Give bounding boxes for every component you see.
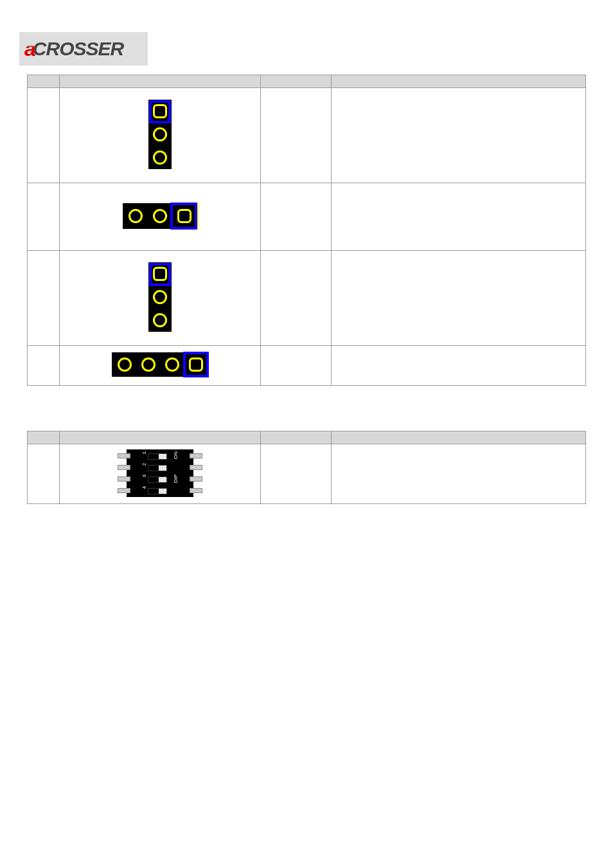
row-label	[28, 346, 60, 386]
header-cell	[28, 431, 60, 444]
header-cell	[332, 431, 586, 444]
jumper-table	[27, 75, 586, 386]
dip-switch-icon: 1ON 2 3DIP 4	[127, 449, 193, 497]
row-desc	[332, 444, 586, 504]
vertical-3pin-jumper-icon	[148, 100, 172, 169]
row-label	[28, 251, 60, 346]
table-row	[28, 251, 586, 346]
logo-letter-a: a	[24, 37, 35, 61]
row-desc	[332, 183, 586, 251]
table-header-row	[28, 75, 586, 88]
jumper-diagram-cell	[60, 346, 261, 386]
header-cell	[332, 75, 586, 88]
jumper-diagram-cell	[60, 183, 261, 251]
row-label	[28, 183, 60, 251]
row-setting	[261, 183, 332, 251]
header-cell	[261, 431, 332, 444]
row-desc	[332, 346, 586, 386]
row-setting	[261, 444, 332, 504]
row-label	[28, 88, 60, 183]
table-row: 1ON 2 3DIP 4	[28, 444, 586, 504]
row-desc	[332, 88, 586, 183]
horizontal-3pin-jumper-icon	[123, 203, 197, 229]
logo: a CROSSER	[19, 32, 148, 66]
header-cell	[261, 75, 332, 88]
header-cell	[28, 75, 60, 88]
table-row	[28, 183, 586, 251]
jumper-diagram-cell	[60, 88, 261, 183]
logo-text-crosser: CROSSER	[33, 38, 123, 60]
row-desc	[332, 251, 586, 346]
table-header-row	[28, 431, 586, 444]
row-label	[28, 444, 60, 504]
table-row	[28, 346, 586, 386]
horizontal-4pin-jumper-icon	[112, 352, 208, 377]
row-setting	[261, 251, 332, 346]
row-setting	[261, 346, 332, 386]
header-cell	[60, 431, 261, 444]
header-cell	[60, 75, 261, 88]
row-setting	[261, 88, 332, 183]
table-row	[28, 88, 586, 183]
jumper-diagram-cell	[60, 251, 261, 346]
switch-table: 1ON 2 3DIP 4	[27, 431, 586, 504]
switch-diagram-cell: 1ON 2 3DIP 4	[60, 444, 261, 504]
vertical-3pin-jumper-icon	[148, 262, 172, 332]
